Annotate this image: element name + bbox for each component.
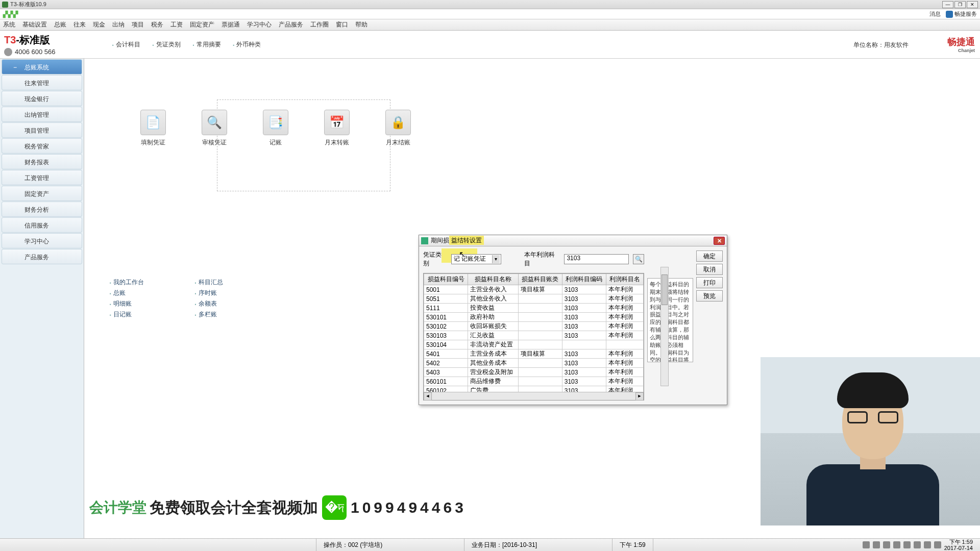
- message-link[interactable]: 消息: [929, 10, 941, 18]
- sidebar-item-payroll[interactable]: 工资管理: [2, 170, 82, 185]
- scroll-thumb[interactable]: [662, 274, 668, 305]
- sidebar-item-learn[interactable]: 学习中心: [2, 233, 82, 248]
- profit-subject-input[interactable]: 3103: [564, 254, 629, 264]
- menu-window[interactable]: 窗口: [336, 20, 348, 29]
- table-row[interactable]: 5401主营业务成本项目核算3103本年利润: [424, 349, 644, 359]
- dialog-close-button[interactable]: ✕: [714, 237, 725, 245]
- col-pl-name[interactable]: 损益科目名称: [468, 274, 519, 285]
- table-cell[interactable]: [562, 340, 606, 349]
- menu-product[interactable]: 产品服务: [279, 20, 303, 29]
- table-cell[interactable]: 本年利润: [606, 359, 643, 368]
- table-cell[interactable]: 3103: [562, 377, 606, 386]
- sidebar-item-gl[interactable]: 总账系统: [2, 59, 82, 74]
- menu-learn[interactable]: 学习中心: [247, 20, 272, 29]
- sidebar-item-project[interactable]: 项目管理: [2, 122, 82, 138]
- sidebar-item-credit[interactable]: 信用服务: [2, 217, 82, 233]
- scroll-left-icon[interactable]: ◄: [424, 392, 432, 400]
- quick-summary[interactable]: 常用摘要: [193, 40, 221, 49]
- col-pl-code[interactable]: 损益科目编号: [424, 274, 468, 285]
- table-cell[interactable]: 3103: [562, 322, 606, 331]
- print-button[interactable]: 打印: [696, 277, 723, 288]
- table-cell[interactable]: [518, 368, 562, 377]
- tray-volume-icon[interactable]: [934, 541, 941, 548]
- table-cell[interactable]: 530102: [424, 322, 468, 331]
- table-cell[interactable]: 政府补助: [468, 313, 519, 322]
- menu-help[interactable]: 帮助: [355, 20, 368, 29]
- quick-account-subject[interactable]: 会计科目: [112, 40, 140, 49]
- table-cell[interactable]: 收回坏账损失: [468, 322, 519, 331]
- table-cell[interactable]: 本年利润: [606, 386, 643, 392]
- table-cell[interactable]: [518, 359, 562, 368]
- tray-icon[interactable]: [914, 541, 921, 548]
- tray-icon[interactable]: [893, 541, 900, 548]
- close-button[interactable]: ✕: [967, 1, 978, 8]
- sidebar-item-ar[interactable]: 往来管理: [2, 75, 82, 90]
- service-link[interactable]: 畅捷服务: [946, 10, 977, 18]
- quick-currency[interactable]: 外币种类: [233, 40, 261, 49]
- table-cell[interactable]: [518, 304, 562, 313]
- table-cell[interactable]: 3103: [562, 285, 606, 294]
- table-row[interactable]: 560102广告费3103本年利润: [424, 386, 644, 392]
- table-cell[interactable]: 3103: [562, 313, 606, 322]
- table-cell[interactable]: [518, 340, 562, 349]
- table-cell[interactable]: 本年利润: [606, 313, 643, 322]
- tray-icon[interactable]: [924, 541, 931, 548]
- menu-cash[interactable]: 现金: [93, 20, 105, 29]
- table-cell[interactable]: 5402: [424, 359, 468, 368]
- flow-node-post[interactable]: 📑记账: [258, 110, 293, 147]
- sidebar-item-product[interactable]: 产品服务: [2, 249, 82, 264]
- link-mydesk[interactable]: 我的工作台: [110, 278, 144, 287]
- menu-tax[interactable]: 税务: [151, 20, 163, 29]
- col-profit-name[interactable]: 利润科目名: [606, 274, 643, 285]
- table-row[interactable]: 530103汇兑收益3103本年利润: [424, 331, 644, 340]
- menu-system[interactable]: 系统: [3, 20, 15, 29]
- table-cell[interactable]: 560101: [424, 377, 468, 386]
- sidebar-item-fa[interactable]: 固定资产: [2, 186, 82, 201]
- menu-project[interactable]: 项目: [132, 20, 144, 29]
- table-cell[interactable]: 其他业务成本: [468, 359, 519, 368]
- ok-button[interactable]: 确定: [696, 251, 723, 262]
- table-cell[interactable]: 其他业务收入: [468, 294, 519, 304]
- sidebar-item-cashier[interactable]: 出纳管理: [2, 107, 82, 122]
- table-cell[interactable]: 项目核算: [518, 285, 562, 294]
- col-profit-code[interactable]: 利润科目编码: [562, 274, 606, 285]
- table-cell[interactable]: 本年利润: [606, 368, 643, 377]
- table-cell[interactable]: [518, 331, 562, 340]
- table-row[interactable]: 530104非流动资产处置: [424, 340, 644, 349]
- table-cell[interactable]: 本年利润: [606, 377, 643, 386]
- sidebar-item-cash[interactable]: 现金银行: [2, 91, 82, 106]
- table-cell[interactable]: 商品维修费: [468, 377, 519, 386]
- table-cell[interactable]: 5401: [424, 349, 468, 359]
- sidebar-item-report[interactable]: 财务报表: [2, 154, 82, 169]
- link-detail[interactable]: 明细账: [110, 299, 144, 308]
- table-cell[interactable]: 530101: [424, 313, 468, 322]
- link-gl[interactable]: 总账: [110, 289, 144, 297]
- subject-search-button[interactable]: 🔍: [633, 254, 644, 264]
- table-cell[interactable]: 5051: [424, 294, 468, 304]
- flow-node-close[interactable]: 🔒月末结账: [380, 110, 416, 147]
- tray-icon[interactable]: [883, 541, 890, 548]
- table-row[interactable]: 5111投资收益3103本年利润: [424, 304, 644, 313]
- table-cell[interactable]: [606, 340, 643, 349]
- table-cell[interactable]: 投资收益: [468, 304, 519, 313]
- tray-icon[interactable]: [873, 541, 880, 548]
- link-multicol[interactable]: 多栏账: [195, 310, 223, 319]
- table-cell[interactable]: 非流动资产处置: [468, 340, 519, 349]
- tray-icon[interactable]: [903, 541, 911, 548]
- scroll-right-icon[interactable]: ►: [635, 392, 644, 400]
- table-row[interactable]: 5402其他业务成本3103本年利润: [424, 359, 644, 368]
- table-cell[interactable]: 本年利润: [606, 285, 643, 294]
- cancel-button[interactable]: 取消: [696, 264, 723, 275]
- menu-gl[interactable]: 总账: [54, 20, 66, 29]
- table-cell[interactable]: 5403: [424, 368, 468, 377]
- menu-work[interactable]: 工作圈: [310, 20, 329, 29]
- table-cell[interactable]: 3103: [562, 359, 606, 368]
- grid-vscrollbar[interactable]: [660, 267, 669, 386]
- table-cell[interactable]: 3103: [562, 294, 606, 304]
- table-cell[interactable]: 本年利润: [606, 322, 643, 331]
- table-cell[interactable]: [518, 322, 562, 331]
- flow-node-audit[interactable]: 🔍审核凭证: [197, 110, 232, 147]
- preview-button[interactable]: 预览: [696, 290, 723, 302]
- voucher-type-combo[interactable]: 记 记账凭证: [451, 254, 501, 264]
- link-summary[interactable]: 科目汇总: [195, 278, 223, 287]
